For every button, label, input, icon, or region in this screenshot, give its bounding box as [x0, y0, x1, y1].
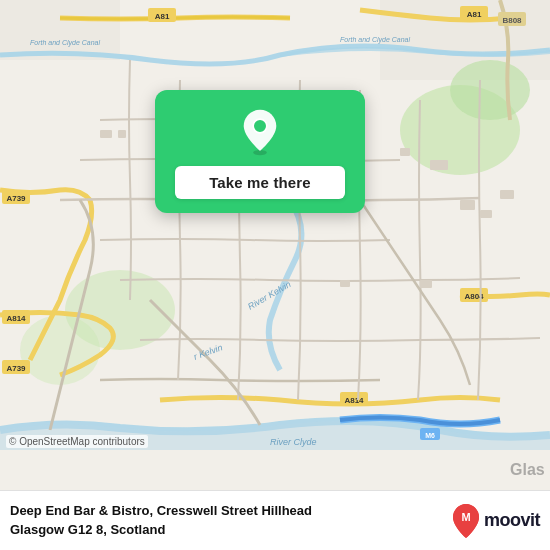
take-me-there-button[interactable]: Take me there [175, 166, 345, 199]
svg-text:A814: A814 [344, 396, 364, 405]
svg-text:M: M [461, 511, 470, 523]
svg-text:M6: M6 [425, 432, 435, 439]
moovit-logo: M moovit [452, 503, 540, 539]
svg-text:River Clyde: River Clyde [270, 437, 317, 447]
map-container: A81 A81 B808 A739 A739 A814 A814 A804 M6 [0, 0, 550, 490]
moovit-pin-icon: M [452, 503, 480, 539]
svg-point-4 [450, 60, 530, 120]
svg-rect-37 [460, 200, 475, 210]
svg-point-43 [253, 119, 267, 133]
svg-text:A81: A81 [155, 12, 170, 21]
map-background: A81 A81 B808 A739 A739 A814 A814 A804 M6 [0, 0, 550, 490]
location-card: Take me there [155, 90, 365, 213]
osm-credit: © OpenStreetMap contributors [6, 435, 148, 448]
svg-text:B808: B808 [502, 16, 522, 25]
svg-text:Forth and Clyde Canal: Forth and Clyde Canal [30, 39, 100, 47]
svg-text:Forth and Clyde Canal: Forth and Clyde Canal [340, 36, 410, 44]
place-name: Deep End Bar & Bistro, Cresswell Street … [10, 502, 444, 538]
svg-rect-36 [430, 160, 448, 170]
svg-rect-35 [400, 148, 410, 156]
place-info: Deep End Bar & Bistro, Cresswell Street … [10, 502, 444, 538]
moovit-text: moovit [484, 510, 540, 531]
svg-rect-40 [340, 280, 350, 287]
svg-text:A814: A814 [6, 314, 26, 323]
bottom-bar: Deep End Bar & Bistro, Cresswell Street … [0, 490, 550, 550]
svg-text:A739: A739 [6, 364, 26, 373]
svg-text:A739: A739 [6, 194, 26, 203]
svg-rect-41 [420, 280, 432, 288]
location-pin-icon [236, 108, 284, 156]
svg-rect-32 [118, 130, 126, 138]
svg-text:A81: A81 [467, 10, 482, 19]
svg-rect-39 [500, 190, 514, 199]
svg-rect-31 [100, 130, 112, 138]
svg-text:Glas: Glas [510, 461, 545, 478]
svg-rect-38 [480, 210, 492, 218]
